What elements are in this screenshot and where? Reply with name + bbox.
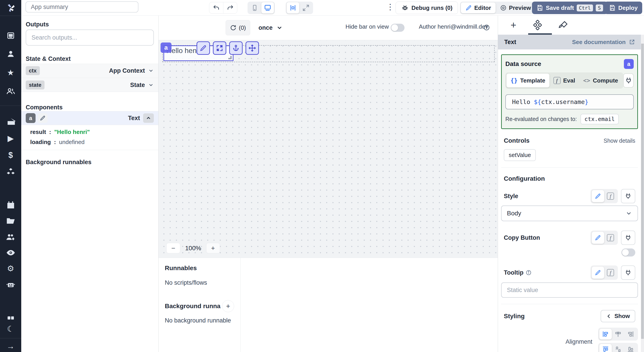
collapse-component-button[interactable] xyxy=(143,114,154,123)
tooltip-value-input[interactable] xyxy=(501,282,638,298)
rail-item-settings[interactable]: ⚙ xyxy=(0,264,21,274)
tab-component-settings[interactable] xyxy=(531,19,544,31)
home-icon xyxy=(6,117,16,126)
align-middle-icon xyxy=(614,346,622,352)
anchor-component-button[interactable] xyxy=(229,41,242,55)
code-expr: ctx.username xyxy=(541,98,585,105)
info-icon[interactable] xyxy=(483,24,490,31)
result-row[interactable]: result : "Hello henri" xyxy=(30,128,90,136)
centered-layout-button[interactable] xyxy=(287,2,299,14)
desktop-view-button[interactable] xyxy=(262,2,274,14)
rail-item-audit[interactable] xyxy=(0,248,21,258)
align-middle-button[interactable] xyxy=(612,344,624,352)
add-background-runnable-button[interactable]: + xyxy=(222,300,234,312)
rail-item-docs[interactable] xyxy=(0,313,21,322)
tab-global-styling[interactable] xyxy=(557,19,570,31)
rail-item-expand[interactable]: → xyxy=(0,341,21,351)
app-summary-input[interactable] xyxy=(26,1,138,12)
loading-row[interactable]: loading : undefined xyxy=(30,139,84,146)
moon-icon: ☾ xyxy=(7,324,14,334)
expand-component-button[interactable] xyxy=(213,41,226,55)
tab-insert-component[interactable]: + xyxy=(507,19,520,31)
panel-scrollbar[interactable] xyxy=(641,35,644,352)
configuration-title: Configuration xyxy=(504,175,545,182)
scrollbar-thumb[interactable] xyxy=(641,44,644,339)
rail-item-workers[interactable] xyxy=(0,280,21,290)
component-row-a[interactable]: a Text xyxy=(21,111,158,125)
connect-plug-button[interactable] xyxy=(623,73,634,88)
save-draft-button[interactable]: Save draft Ctrl S xyxy=(532,2,608,14)
editor-tab[interactable]: Editor xyxy=(461,2,496,13)
preview-tab[interactable]: Preview xyxy=(496,2,535,13)
copy-button-toggle[interactable] xyxy=(622,248,635,256)
rail-item-dark-mode[interactable]: ☾ xyxy=(0,324,21,334)
rail-item-user[interactable] xyxy=(0,49,21,59)
tooltip-eval-button[interactable]: f xyxy=(604,266,617,279)
debug-runs-button[interactable]: Debug runs (0) xyxy=(396,2,458,14)
align-center-button[interactable] xyxy=(612,329,624,340)
compute-tab[interactable]: <> Compute xyxy=(579,74,622,88)
align-left-button[interactable] xyxy=(599,329,612,340)
align-right-button[interactable] xyxy=(624,329,637,340)
search-outputs-input[interactable] xyxy=(26,30,154,46)
edit-component-id-button[interactable] xyxy=(38,113,48,123)
tooltip-plug-button[interactable] xyxy=(621,266,635,280)
zoom-out-button[interactable]: − xyxy=(166,243,180,254)
show-details-link[interactable]: Show details xyxy=(604,138,635,144)
eval-tab[interactable]: f Eval xyxy=(550,74,580,88)
rail-item-resources[interactable] xyxy=(0,167,21,177)
windmill-logo[interactable] xyxy=(0,3,21,13)
arrow-right-icon: → xyxy=(7,342,15,351)
setvalue-badge[interactable]: setValue xyxy=(504,149,536,161)
style-select[interactable]: Body xyxy=(501,206,638,221)
rail-item-workspace-users[interactable] xyxy=(0,86,21,96)
zoom-in-button[interactable]: + xyxy=(206,243,220,254)
rail-item-variables[interactable]: $ xyxy=(0,150,21,160)
rail-item-favorites[interactable]: ★ xyxy=(0,68,21,78)
canvas-grid[interactable]: Hello henri a − 100% + xyxy=(158,40,498,258)
copy-plug-button[interactable] xyxy=(621,230,635,245)
rail-item-folders[interactable] xyxy=(0,216,21,226)
schedule-dropdown[interactable]: once xyxy=(258,20,283,35)
refresh-button[interactable]: (0) xyxy=(226,20,250,35)
mobile-view-button[interactable] xyxy=(248,2,261,14)
reeval-label: Re-evaluated on changes to: xyxy=(505,116,577,122)
fullwidth-layout-button[interactable] xyxy=(300,2,312,14)
preview-eye-icon xyxy=(500,4,507,11)
rail-item-keypad[interactable] xyxy=(0,31,21,41)
hide-bar-toggle[interactable] xyxy=(391,24,404,32)
rail-item-runs[interactable]: ▶ xyxy=(0,134,21,143)
state-row[interactable]: state State xyxy=(21,78,158,92)
books-icon xyxy=(6,313,16,322)
styling-show-button[interactable]: Show xyxy=(600,310,635,322)
deploy-button[interactable]: Deploy xyxy=(604,2,642,14)
undo-button[interactable] xyxy=(209,2,223,14)
style-plug-button[interactable] xyxy=(621,189,635,203)
redo-button[interactable] xyxy=(223,2,237,14)
copy-static-button[interactable] xyxy=(592,232,604,244)
minus-icon: − xyxy=(171,244,175,252)
style-select-value: Body xyxy=(507,210,521,217)
template-tab[interactable]: {} Template xyxy=(506,74,550,88)
edit-component-button[interactable] xyxy=(196,41,210,55)
style-static-button[interactable] xyxy=(592,190,604,202)
more-menu-button[interactable]: ⋮ xyxy=(386,2,395,12)
rail-item-groups[interactable] xyxy=(0,232,21,242)
play-icon: ▶ xyxy=(8,134,14,143)
rail-item-schedules[interactable] xyxy=(0,200,21,210)
folder-icon xyxy=(6,216,16,226)
rail-item-home[interactable] xyxy=(0,117,21,126)
tooltip-static-button[interactable] xyxy=(592,266,604,279)
reeval-dep-badge[interactable]: ctx.email xyxy=(580,114,619,124)
align-bottom-button[interactable] xyxy=(624,344,637,352)
editor-preview-group: Editor Preview xyxy=(460,2,536,14)
ctx-row[interactable]: ctx App Context xyxy=(21,64,158,78)
component-id-badge-canvas: a xyxy=(160,42,172,53)
style-eval-button[interactable]: f xyxy=(604,190,617,202)
copy-eval-button[interactable]: f xyxy=(604,232,617,244)
move-component-button[interactable] xyxy=(246,41,259,55)
align-top-button[interactable] xyxy=(599,344,612,352)
resize-handle[interactable] xyxy=(228,56,232,59)
see-documentation-link[interactable]: See documentation xyxy=(572,39,635,46)
template-code-input[interactable]: Hello ${ctx.username} xyxy=(505,94,634,109)
